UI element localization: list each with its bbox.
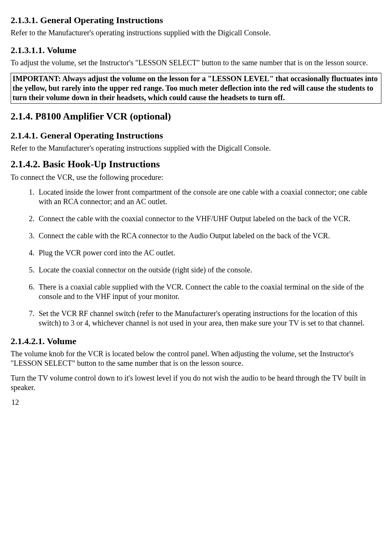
list-item: Connect the cable with the coaxial conne…: [36, 214, 381, 223]
para-s6-2: Turn the TV volume control down to it's …: [11, 373, 381, 392]
list-item: There is a coaxial cable supplied with t…: [36, 282, 381, 301]
heading-2-1-3-1-1: 2.1.3.1.1. Volume: [11, 44, 381, 56]
heading-2-1-4: 2.1.4. P8100 Amplifier VCR (optional): [11, 110, 381, 123]
list-item: Locate the coaxial connector on the outs…: [36, 265, 381, 275]
important-box: IMPORTANT: Always adjust the volume on t…: [11, 73, 381, 104]
heading-2-1-3-1: 2.1.3.1. General Operating Instructions: [11, 14, 381, 26]
list-item: Connect the cable with the RCA connector…: [36, 231, 381, 241]
heading-2-1-4-1: 2.1.4.1. General Operating Instructions: [11, 130, 381, 141]
para-s4: Refer to the Manufacturer's operating in…: [11, 143, 381, 153]
hookup-steps-list: Located inside the lower front compartme…: [11, 187, 381, 328]
page-number: 12: [11, 398, 381, 407]
heading-2-1-4-2-1: 2.1.4.2.1. Volume: [11, 335, 381, 347]
para-s1: Refer to the Manufacturer's operating in…: [11, 28, 381, 38]
list-item: Set the VCR RF channel switch (refer to …: [36, 309, 381, 328]
list-item: Plug the VCR power cord into the AC outl…: [36, 248, 381, 258]
para-s2: To adjust the volume, set the Instructor…: [11, 58, 381, 68]
heading-2-1-4-2: 2.1.4.2. Basic Hook-Up Instructions: [11, 158, 381, 171]
para-s5: To connect the VCR, use the following pr…: [11, 173, 381, 182]
list-item: Located inside the lower front compartme…: [36, 187, 381, 206]
para-s6-1: The volume knob for the VCR is located b…: [11, 349, 381, 368]
